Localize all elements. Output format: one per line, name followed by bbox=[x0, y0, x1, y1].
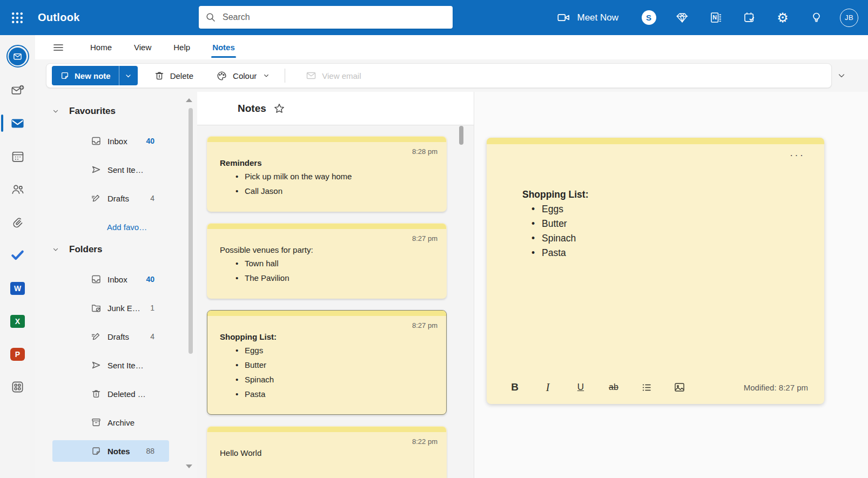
folder-label: Archive bbox=[107, 418, 154, 427]
junk-icon bbox=[91, 302, 102, 313]
underline-icon[interactable]: U bbox=[572, 379, 589, 396]
folder-item[interactable]: Sent Ite… bbox=[52, 159, 169, 180]
rail-people-icon[interactable] bbox=[0, 173, 35, 206]
star-icon[interactable] bbox=[273, 103, 285, 115]
note-editor-content[interactable]: Shopping List: EggsButterSpinachPasta bbox=[522, 187, 803, 260]
trash-icon bbox=[154, 70, 165, 81]
note-icon bbox=[60, 71, 70, 80]
folder-section-header[interactable]: Favourites bbox=[35, 99, 197, 123]
folder-section-header[interactable]: Folders bbox=[35, 238, 197, 261]
rail-outlook-logo[interactable] bbox=[0, 38, 35, 74]
rail-more-apps-icon[interactable] bbox=[0, 371, 35, 403]
view-email-button[interactable]: View email bbox=[299, 66, 367, 85]
skype-icon[interactable]: S bbox=[638, 5, 660, 30]
notes-card-list: 8:28 pm Reminders Pick up milk on the wa… bbox=[197, 125, 474, 478]
note-bullet-item: Call Jason bbox=[245, 184, 438, 198]
tab-help[interactable]: Help bbox=[168, 35, 196, 59]
app-launcher-waffle-icon[interactable] bbox=[4, 5, 30, 31]
section-label: Folders bbox=[69, 244, 102, 255]
search-input[interactable] bbox=[221, 12, 446, 23]
search-box[interactable] bbox=[199, 6, 453, 29]
note-bullet-item: Pasta bbox=[245, 387, 438, 401]
search-icon bbox=[205, 12, 216, 23]
colour-button[interactable]: Colour bbox=[210, 66, 276, 85]
note-color-strip bbox=[207, 427, 446, 432]
folder-item[interactable]: Notes88 bbox=[52, 440, 169, 462]
folder-item[interactable]: Inbox40 bbox=[52, 268, 169, 290]
rail-mail-icon[interactable] bbox=[0, 107, 35, 140]
folder-item[interactable]: Junk E…1 bbox=[52, 297, 169, 319]
editor-bullet-item: Eggs bbox=[542, 202, 803, 217]
onenote-feed-icon[interactable]: N bbox=[705, 5, 726, 30]
folder-pane-scrollbar[interactable] bbox=[189, 108, 193, 354]
note-title: Shopping List: bbox=[220, 331, 438, 343]
rail-attachments-icon[interactable] bbox=[0, 206, 35, 239]
folder-item[interactable]: Drafts4 bbox=[52, 326, 169, 347]
insert-image-icon[interactable] bbox=[671, 379, 688, 396]
note-card[interactable]: 8:22 pm Hello World bbox=[207, 426, 447, 478]
note-color-strip bbox=[207, 311, 446, 316]
folder-label: Inbox bbox=[107, 137, 146, 146]
premium-diamond-icon[interactable] bbox=[671, 5, 693, 30]
modified-timestamp: Modified: 8:27 pm bbox=[744, 383, 808, 392]
section-label: Favourites bbox=[69, 106, 116, 117]
rail-excel-icon[interactable]: X bbox=[0, 305, 35, 338]
scroll-up-arrow[interactable] bbox=[186, 98, 192, 102]
meet-now-button[interactable]: Meet Now bbox=[557, 11, 618, 24]
todo-check-icon bbox=[10, 248, 25, 262]
rail-word-icon[interactable]: W bbox=[0, 272, 35, 305]
topbar-icon-row: SN⚙ bbox=[626, 5, 827, 30]
delete-button[interactable]: Delete bbox=[147, 66, 200, 85]
tips-lightbulb-icon[interactable] bbox=[805, 5, 827, 30]
folder-item[interactable]: Drafts4 bbox=[52, 187, 169, 209]
ribbon-collapse-chevron-icon[interactable] bbox=[837, 71, 846, 80]
add-favourite-link[interactable]: Add favo… bbox=[35, 216, 197, 238]
note-card[interactable]: 8:27 pm Possible venues for party: Town … bbox=[207, 223, 447, 299]
app-rail: WXP bbox=[0, 35, 35, 478]
rail-todo-check-icon[interactable] bbox=[0, 239, 35, 272]
new-note-dropdown-button[interactable] bbox=[119, 66, 138, 85]
note-card[interactable]: 8:27 pm Shopping List: EggsButterSpinach… bbox=[207, 310, 447, 415]
rail-new-mail-icon[interactable] bbox=[0, 74, 35, 107]
folder-count: 4 bbox=[150, 332, 169, 341]
folder-item[interactable]: Deleted … bbox=[52, 383, 169, 405]
new-note-split-button: New note bbox=[52, 66, 138, 85]
main-column: HomeViewHelpNotes New note bbox=[35, 35, 868, 478]
new-note-button[interactable]: New note bbox=[52, 66, 119, 85]
scroll-down-arrow[interactable] bbox=[186, 464, 192, 468]
todo-checklist-icon[interactable] bbox=[738, 5, 760, 30]
chevron-down-icon bbox=[52, 246, 59, 253]
italic-icon[interactable]: I bbox=[539, 379, 556, 396]
inbox-icon bbox=[91, 274, 102, 285]
avatar[interactable]: JB bbox=[840, 9, 858, 27]
tab-notes[interactable]: Notes bbox=[207, 35, 240, 59]
ribbon-tab-row: HomeViewHelpNotes bbox=[35, 35, 868, 59]
new-note-label: New note bbox=[75, 71, 111, 80]
folder-item[interactable]: Inbox40 bbox=[52, 130, 169, 152]
settings-gear-icon[interactable]: ⚙ bbox=[772, 5, 793, 30]
folder-item[interactable]: Archive bbox=[52, 412, 169, 433]
strikethrough-icon[interactable]: ab bbox=[605, 379, 622, 396]
note-title: Possible venues for party: bbox=[220, 244, 438, 256]
folder-label: Deleted … bbox=[107, 389, 154, 399]
note-card[interactable]: 8:28 pm Reminders Pick up milk on the wa… bbox=[207, 136, 447, 212]
folder-item[interactable]: Sent Ite… bbox=[52, 354, 169, 376]
toolbar-divider bbox=[285, 69, 285, 83]
more-options-icon[interactable]: ··· bbox=[790, 150, 805, 160]
send-icon bbox=[91, 164, 102, 175]
bold-icon[interactable]: B bbox=[506, 379, 523, 396]
folder-label: Sent Ite… bbox=[107, 361, 154, 370]
note-time: 8:28 pm bbox=[220, 146, 438, 157]
svg-text:N: N bbox=[712, 14, 717, 21]
folder-count: 88 bbox=[146, 447, 169, 455]
tab-view[interactable]: View bbox=[129, 35, 157, 59]
envelope-icon bbox=[306, 70, 317, 81]
hamburger-menu-icon[interactable] bbox=[51, 41, 65, 55]
rail-calendar-icon[interactable] bbox=[0, 140, 35, 173]
bullet-list-icon[interactable] bbox=[638, 379, 655, 396]
notes-list-scrollbar[interactable] bbox=[459, 126, 463, 145]
note-icon bbox=[91, 446, 102, 456]
rail-powerpoint-icon[interactable]: P bbox=[0, 338, 35, 371]
tab-home[interactable]: Home bbox=[85, 35, 117, 59]
folder-count: 1 bbox=[150, 304, 169, 312]
